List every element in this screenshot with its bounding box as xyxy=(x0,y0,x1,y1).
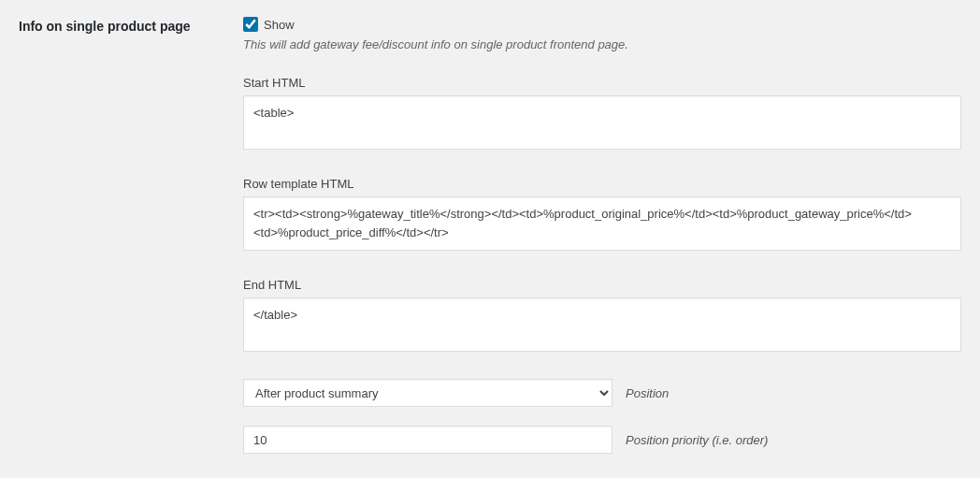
end-html-textarea[interactable]: </table> xyxy=(243,297,961,352)
priority-input[interactable] xyxy=(243,426,612,454)
position-row: After product summary Position xyxy=(243,379,961,407)
show-description: This will add gateway fee/discount info … xyxy=(243,37,961,51)
position-label: Position xyxy=(626,386,669,400)
show-checkbox[interactable] xyxy=(243,17,258,32)
section-title: Info on single product page xyxy=(19,9,243,43)
section-content: Show This will add gateway fee/discount … xyxy=(243,9,961,472)
row-template-label: Row template HTML xyxy=(243,177,961,191)
settings-form: Info on single product page Show This wi… xyxy=(19,9,961,472)
start-html-field: Start HTML <table> xyxy=(243,76,961,152)
start-html-label: Start HTML xyxy=(243,76,961,90)
priority-row: Position priority (i.e. order) xyxy=(243,426,961,454)
setting-row-info-single-product: Info on single product page Show This wi… xyxy=(19,9,961,472)
end-html-label: End HTML xyxy=(243,278,961,292)
show-checkbox-row: Show xyxy=(243,17,961,32)
end-html-field: End HTML </table> xyxy=(243,278,961,355)
priority-label: Position priority (i.e. order) xyxy=(626,433,768,447)
position-select[interactable]: After product summary xyxy=(243,379,612,407)
row-template-textarea[interactable]: <tr><td><strong>%gateway_title%</strong>… xyxy=(243,196,961,251)
start-html-textarea[interactable]: <table> xyxy=(243,95,961,150)
show-checkbox-label: Show xyxy=(264,18,295,32)
row-template-field: Row template HTML <tr><td><strong>%gatew… xyxy=(243,177,961,253)
